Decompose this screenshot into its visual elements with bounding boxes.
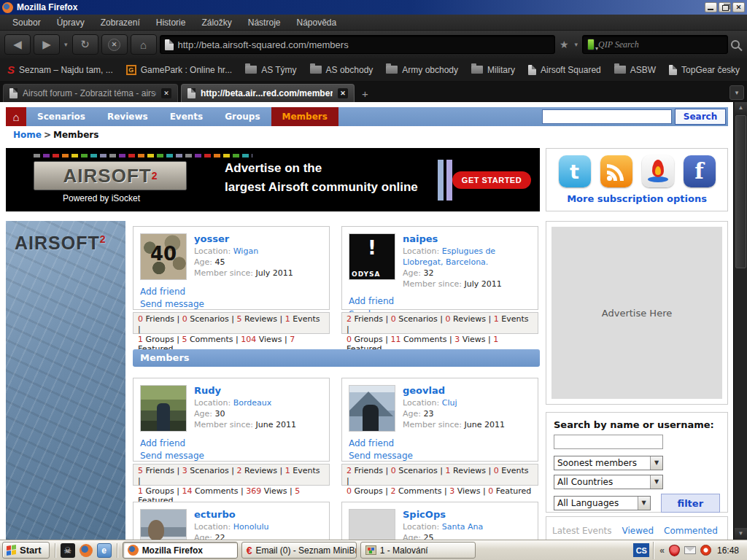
location-link[interactable]: Santa Ana: [442, 522, 483, 532]
bookmark-folder-military[interactable]: Military: [471, 65, 515, 75]
scrollbar-thumb[interactable]: [735, 115, 746, 268]
reload-button[interactable]: ↻: [72, 34, 98, 55]
name-search-input[interactable]: [554, 435, 663, 449]
bookmark-folder-as-tymy[interactable]: AS Týmy: [245, 65, 296, 75]
add-friend-link[interactable]: Add friend: [349, 295, 531, 308]
avatar-geovlad[interactable]: [349, 385, 395, 432]
country-select[interactable]: All Countries▼: [554, 475, 663, 489]
tray-expand-chevron[interactable]: «: [659, 545, 665, 556]
send-message-link[interactable]: Send message: [140, 450, 322, 462]
menu-historie[interactable]: Historie: [148, 16, 194, 29]
bookmark-folder-as-obchody[interactable]: AS obchody: [310, 65, 374, 75]
task-firefox[interactable]: Mozilla Firefox: [123, 542, 238, 559]
back-button[interactable]: ◀: [4, 34, 31, 55]
language-indicator[interactable]: CS: [633, 543, 649, 557]
nav-events[interactable]: Events: [159, 107, 214, 126]
restore-button[interactable]: [719, 2, 731, 12]
send-message-link[interactable]: Send message: [349, 450, 531, 462]
breadcrumb-home-link[interactable]: Home: [13, 130, 42, 140]
chevron-down-icon[interactable]: ▼: [650, 475, 662, 489]
avatar-spicops[interactable]: [349, 509, 395, 540]
qip-engine-icon[interactable]: [587, 39, 595, 50]
menu-zalozky[interactable]: Záložky: [193, 16, 239, 29]
member-name-link[interactable]: geovlad: [403, 385, 505, 396]
send-message-link[interactable]: Send message: [140, 298, 322, 311]
bookmark-seznam[interactable]: SSeznam – Najdu tam, ...: [7, 63, 113, 76]
bookmark-star-icon[interactable]: ★: [558, 39, 570, 50]
forward-button[interactable]: ▶: [34, 34, 60, 55]
nav-members-active[interactable]: Members: [271, 107, 338, 126]
tab-members-active[interactable]: http://beta.air...red.com/members ✕: [181, 84, 355, 102]
member-name-link[interactable]: SpicOps: [403, 509, 483, 520]
quicklaunch-explorer-icon[interactable]: e: [97, 543, 112, 558]
task-paint[interactable]: 1 - Malování: [360, 542, 476, 559]
twitter-icon[interactable]: t: [559, 155, 591, 187]
avatar-naipes[interactable]: !ODYSA: [349, 233, 395, 280]
mail-tray-icon[interactable]: [684, 546, 696, 554]
qip-search-input[interactable]: [598, 39, 723, 50]
menu-zobrazeni[interactable]: Zobrazení: [93, 16, 148, 29]
forward-history-dropdown[interactable]: ▾: [63, 41, 69, 48]
menu-soubor[interactable]: Soubor: [4, 16, 49, 29]
more-subscription-link[interactable]: More subscription options: [546, 193, 727, 204]
advertise-banner[interactable]: AIRSOFT2 Powered by iSocket Advertise on…: [6, 148, 540, 211]
new-tab-button[interactable]: +: [357, 85, 373, 102]
scroll-up-arrow[interactable]: ▲: [735, 102, 747, 114]
nav-groups[interactable]: Groups: [214, 107, 271, 126]
tab-commented[interactable]: Commented: [664, 526, 718, 536]
tab-latest-events[interactable]: Latest Events: [552, 526, 612, 536]
location-link[interactable]: Wigan: [233, 246, 258, 256]
home-button[interactable]: ⌂: [131, 34, 157, 55]
quicklaunch-firefox-icon[interactable]: [79, 543, 93, 558]
location-link[interactable]: Bordeaux: [233, 398, 272, 408]
tab-list-button[interactable]: ▾: [729, 85, 744, 100]
site-search-input[interactable]: [542, 109, 672, 124]
advertise-here-box[interactable]: Advertise Here: [546, 221, 728, 405]
avatar-yosser[interactable]: 40: [140, 233, 187, 280]
start-button[interactable]: Start: [2, 542, 50, 559]
chevron-down-icon[interactable]: ▼: [638, 497, 650, 510]
get-started-button[interactable]: GET STARTED: [452, 171, 531, 189]
stop-button[interactable]: ✕: [101, 34, 128, 55]
tab-viewed[interactable]: Viewed: [622, 526, 654, 536]
minimize-button[interactable]: [705, 2, 717, 12]
task-email[interactable]: €Email (0) - Seznam MiniBr...: [241, 542, 357, 559]
menu-upravy[interactable]: Úpravy: [49, 16, 93, 29]
avatar-rudy[interactable]: [140, 385, 187, 432]
opera-tray-icon[interactable]: [700, 545, 711, 556]
tab-close-icon[interactable]: ✕: [161, 88, 171, 98]
qip-search-box[interactable]: [582, 35, 728, 54]
vertical-scrollbar[interactable]: ▲ ▼: [733, 102, 747, 540]
add-friend-link[interactable]: Add friend: [349, 438, 531, 450]
bookmark-airsoft-squared[interactable]: Airsoft Squared: [528, 65, 601, 75]
location-link[interactable]: Cluj: [442, 398, 457, 408]
filter-button[interactable]: filter: [661, 494, 720, 513]
security-shield-icon[interactable]: [669, 545, 680, 556]
member-name-link[interactable]: ecturbo: [194, 509, 269, 520]
add-friend-link[interactable]: Add friend: [140, 438, 322, 450]
bookmark-folder-asbw[interactable]: ASBW: [614, 65, 656, 75]
feedburner-icon[interactable]: [642, 155, 674, 187]
member-name-link[interactable]: yosser: [194, 233, 293, 244]
scroll-down-arrow[interactable]: ▼: [735, 528, 747, 540]
close-button[interactable]: [732, 2, 745, 12]
nav-scenarios[interactable]: Scenarios: [26, 107, 96, 126]
member-name-link[interactable]: naipes: [403, 233, 531, 244]
bookmark-topgear[interactable]: TopGear česky: [669, 65, 740, 75]
tab-close-icon[interactable]: ✕: [338, 88, 348, 98]
rss-icon[interactable]: [600, 155, 632, 187]
facebook-icon[interactable]: f: [684, 155, 716, 187]
search-magnifier-icon[interactable]: [731, 40, 740, 49]
sort-select[interactable]: Soonest members▼: [554, 456, 663, 470]
url-input[interactable]: [178, 39, 550, 50]
tab-airsoft-forum[interactable]: Airsoft forum - Zobrazit téma - airsoft²…: [3, 84, 178, 102]
nav-reviews[interactable]: Reviews: [96, 107, 159, 126]
chevron-down-icon[interactable]: ▼: [650, 456, 662, 470]
add-friend-link[interactable]: Add friend: [140, 286, 322, 298]
location-link[interactable]: Honolulu: [233, 522, 269, 532]
language-select[interactable]: All Languages▼: [554, 496, 651, 510]
avatar-ecturbo[interactable]: [140, 509, 187, 540]
bookmark-gamepark[interactable]: GGamePark : Online hr...: [126, 65, 232, 75]
site-search-button[interactable]: Search: [675, 109, 726, 125]
menu-nastroje[interactable]: Nástroje: [240, 16, 289, 29]
